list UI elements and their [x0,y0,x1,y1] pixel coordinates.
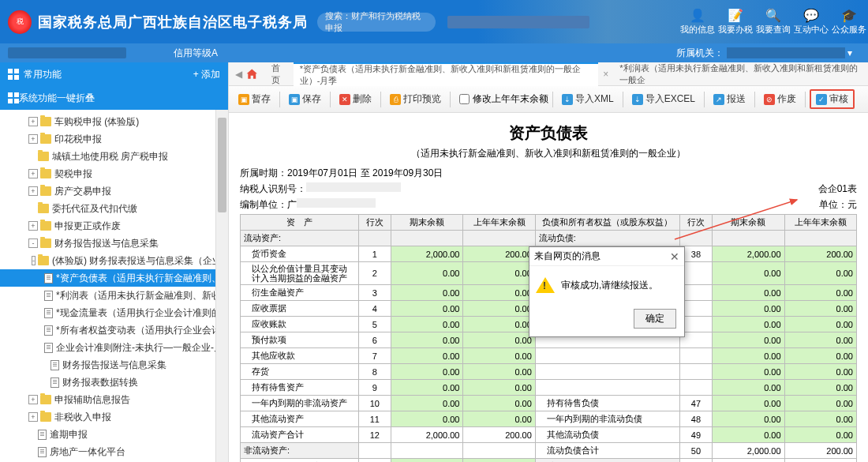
folder-icon [40,239,51,248]
nav-我要办税[interactable]: 📝我要办税 [716,5,754,39]
folder-icon [38,256,49,265]
toggle-icon[interactable]: + [28,395,38,404]
redacted-taxid [306,182,401,192]
tree-item[interactable]: 财务报告报送与信息采集 [0,356,228,374]
svg-rect-4 [8,92,13,97]
prev-tab-icon[interactable]: ◀ [235,69,242,80]
tree-item[interactable]: 城镇土地使用税 房产税申报 [0,148,228,165]
nav-我要查询[interactable]: 🔍我要查询 [754,5,792,39]
btn-tempsave[interactable]: ▣暂存 [234,90,275,108]
warning-icon [536,277,555,293]
file-icon [44,291,53,301]
tree-item[interactable]: +契税申报 [0,165,228,182]
btn-import-excel[interactable]: ⇣导入EXCEL [627,90,700,108]
table-row: 存货80.000.000.000.00 [241,364,857,380]
table-row: 一年内到期的非流动资产100.000.00持有待售负债470.000.00 [241,396,857,411]
toggle-icon[interactable]: - [28,239,38,248]
search-input[interactable]: 搜索：财产和行为税纳税申报 [317,13,436,32]
tree-item[interactable]: +非税收入申报 [0,408,228,426]
btn-submit[interactable]: ↗报送 [709,90,750,108]
folder-icon [38,204,49,213]
svg-rect-6 [8,99,13,103]
toggle-icon[interactable]: + [28,221,38,231]
tab-home[interactable]: 首页 [265,62,294,86]
add-common-link[interactable]: + 添加 [193,68,220,81]
tree-item[interactable]: 财务报表数据转换 [0,374,228,391]
tree-item[interactable]: *资产负债表（适用未执行新金融准则、新收 [0,269,228,287]
tree-item[interactable]: -财务报告报送与信息采集 [0,235,228,252]
sidebar-system-header[interactable]: 系统功能 一键折叠 [0,86,228,110]
top-nav: 👤我的信息📝我要办税🔍我要查询💬互动中心🎓公众服务 [679,5,868,39]
file-icon [44,325,53,336]
table-row: 可供出售金融资产130.000.00非流动负债: [241,459,857,463]
sidebar-common-header[interactable]: 常用功能 + 添加 [0,62,228,86]
file-icon [51,377,59,388]
chk-modify-lastyear[interactable] [459,94,470,104]
toggle-icon[interactable]: + [28,186,38,196]
doc-title: 资产负债表 [240,122,857,144]
svg-rect-0 [8,69,13,73]
tab-profit[interactable]: *利润表（适用未执行新金融准则、新收入准则和新租赁准则的一般企 [613,62,868,86]
app-title: 国家税务总局广西壮族自治区电子税务局 [38,13,308,32]
nav-tree: +车购税申报 (体验版)+印花税申报城镇土地使用税 房产税申报+契税申报+房产交… [0,110,228,462]
btn-void[interactable]: ⊘作废 [759,90,801,108]
svg-rect-3 [14,75,19,80]
toggle-icon[interactable]: + [28,412,38,422]
btn-audit[interactable]: ✓审核 [810,89,855,109]
tab-bar: ◀ 首页 *资产负债表（适用未执行新金融准则、新收入准则和新租赁准则的一般企业）… [229,62,868,86]
close-tab-icon[interactable]: × [598,69,613,80]
tree-item[interactable]: *所有者权益变动表（适用执行企业会计准则 [0,321,228,339]
btn-print[interactable]: ⎙打印预览 [385,90,446,108]
credit-level: 信用等级A [174,47,218,60]
folder-icon [40,134,51,144]
grid-icon [8,92,19,103]
tab-balance-sheet[interactable]: *资产负债表（适用未执行新金融准则、新收入准则和新租赁准则的一般企业）-月季 [294,62,599,86]
tree-item[interactable]: 房地产一体化平台 [0,443,228,460]
folder-icon [40,412,51,422]
tree-scrollbar[interactable] [215,110,228,462]
tree-item[interactable]: 委托代征及代扣代缴 [0,200,228,217]
table-row: 非流动资产:流动负债合计502,000.00200.00 [241,443,857,459]
org-info: 所属机关： ▾ [676,47,868,60]
form-code: 会企01表 [818,182,857,196]
home-icon[interactable] [245,67,259,81]
tree-item[interactable]: +申报更正或作废 [0,217,228,235]
sidebar: 常用功能 + 添加 系统功能 一键折叠 +车购税申报 (体验版)+印花税申报城镇… [0,62,229,462]
tree-item[interactable]: -(体验版) 财务报表报送与信息采集（企业会 [0,252,228,269]
tree-item[interactable]: *现金流量表（适用执行企业会计准则的一般 [0,304,228,321]
nav-我的信息[interactable]: 👤我的信息 [679,5,716,39]
search-placeholder: 搜索：财产和行为税纳税申报 [325,10,428,34]
btn-import-xml[interactable]: ⇣导入XML [557,90,619,108]
toggle-icon[interactable]: + [28,169,38,178]
nav-互动中心[interactable]: 💬互动中心 [792,5,830,39]
nav-公众服务[interactable]: 🎓公众服务 [830,5,868,39]
collapse-all-link[interactable]: 一键折叠 [57,92,95,105]
grid-icon [8,69,19,80]
tree-item[interactable]: +申报辅助信息报告 [0,391,228,408]
dialog-message: 审核成功,请继续报送。 [561,279,658,292]
alert-dialog: 来自网页的消息✕ 审核成功,请继续报送。 确定 [529,246,685,337]
toggle-icon[interactable]: - [32,256,36,265]
redacted-unit [297,198,376,208]
close-icon[interactable]: ✕ [670,250,679,263]
tree-item[interactable]: +印花税申报 [0,130,228,148]
logo-icon: 税 [8,10,32,34]
tree-item[interactable]: 企业会计准则附注-未执行—一般企业-月季 [0,339,228,356]
folder-icon [38,152,49,161]
tree-item[interactable]: +车购税申报 (体验版) [0,113,228,130]
tree-item[interactable]: *利润表（适用未执行新金融准则、新收入准 [0,287,228,304]
table-row: 持有待售资产90.000.000.000.00 [241,380,857,396]
toggle-icon[interactable]: + [28,134,38,144]
folder-icon [40,169,51,178]
tree-item[interactable]: 逾期申报 [0,426,228,443]
unit-label: 单位：元 [819,198,857,212]
redacted-org [727,47,845,58]
ok-button[interactable]: 确定 [634,309,676,329]
btn-delete[interactable]: ✕删除 [335,90,376,108]
tree-item[interactable]: +房产交易申报 [0,182,228,200]
file-icon [44,308,53,318]
toggle-icon[interactable]: + [28,117,38,126]
file-icon [44,343,53,353]
redacted-banner [447,16,589,28]
btn-save[interactable]: ▣保存 [284,90,326,108]
